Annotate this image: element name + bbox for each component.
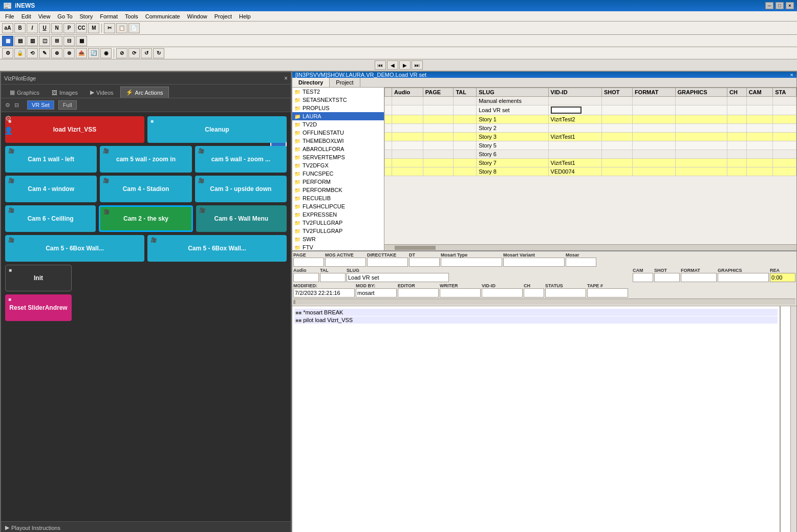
nav-prev[interactable]: ◀ [387,60,398,70]
ch-input[interactable] [524,288,544,297]
tree-item-offline[interactable]: 📁 OFFLINESTATU [292,129,384,137]
table-row[interactable]: Story 7 VizrtTest1 [385,159,796,167]
format-input[interactable] [681,273,717,282]
table-row[interactable]: Story 5 [385,141,796,150]
action-btn-2[interactable]: 🔒 [14,48,26,58]
tree-item-expressen[interactable]: 📁 EXPRESSEN [292,210,384,219]
side-settings-icon[interactable]: ⚙ [3,113,13,123]
tab-project[interactable]: Project [330,78,360,87]
action-btn-9[interactable]: ◉ [100,48,112,58]
direct-take-input[interactable] [367,258,408,267]
read-input[interactable] [770,273,795,282]
cam5-zoom-button[interactable]: 🎥 cam 5 wall - zoom ... [195,146,287,173]
cam2-sky-button[interactable]: 🎥 Cam 2 - the sky [99,205,192,232]
audio-input[interactable] [293,273,319,282]
copy-button[interactable]: 📄 [128,23,140,33]
tree-item-ftv[interactable]: 📁 FTV [292,243,384,250]
cleanup-button[interactable]: ■ Cleanup [147,116,287,143]
cam5-6box-1-button[interactable]: 🎥 Cam 5 - 6Box Wall... [5,235,144,262]
table-row[interactable]: Load VR set [385,105,796,115]
playout-instructions-bar[interactable]: ▶ Playout Instructions [1,521,291,532]
mosart-type-input[interactable] [441,258,502,267]
tree-item-proplus[interactable]: 📁 PROPLUS [292,104,384,112]
tree-item-tv2full2[interactable]: 📁 TV2FULLGRAP [292,227,384,235]
tree-item-setasnext[interactable]: 📁 SETASNEXTSTC [292,96,384,104]
modified-input[interactable] [293,288,355,297]
table-hscroll[interactable] [384,244,796,250]
tree-item-themeboxlwi[interactable]: 📁 THEMEBOXLWI [292,137,384,145]
table-row[interactable]: Story 8 VED0074 [385,167,796,176]
mosart-variant-input[interactable] [503,258,565,267]
menu-goto[interactable]: Go To [54,12,75,20]
format-cc-button[interactable]: CC [76,23,87,33]
full-button[interactable]: Full [58,100,77,110]
writer-input[interactable] [440,288,481,297]
paste-button[interactable]: 📋 [116,23,127,33]
mos-active-input[interactable] [325,258,366,267]
view-btn-4[interactable]: ◫ [39,36,50,46]
story-scrollbar[interactable] [790,306,796,532]
menu-story[interactable]: Story [77,12,96,20]
table-row[interactable]: Story 3 VizrtTest1 [385,133,796,141]
dt-input[interactable] [409,258,440,267]
tree-item-recuelib[interactable]: 📁 RECUELIB [292,194,384,202]
format-underline-button[interactable]: U [39,23,50,33]
mod-by-input[interactable] [356,288,397,297]
action-btn-6[interactable]: ⊗ [63,48,75,58]
tab-directory[interactable]: Directory [292,78,330,87]
menu-window[interactable]: Window [184,12,210,20]
story-text[interactable]: ■■ *mosart BREAK ■■ pilot load Vizrt_VSS [292,306,780,532]
page-input[interactable] [293,258,324,267]
action-btn-3[interactable]: ⟲ [27,48,38,58]
format-p-button[interactable]: P [63,23,75,33]
menu-tools[interactable]: Tools [122,12,141,20]
format-italic-button[interactable]: I [27,23,38,33]
table-row[interactable]: Manual elements [385,97,796,105]
format-m-button[interactable]: M [88,23,99,33]
format-bold-button[interactable]: B [14,23,26,33]
action-btn-11[interactable]: ⟳ [128,48,140,58]
table-row[interactable]: Story 2 [385,124,796,133]
menu-format[interactable]: Format [97,12,121,20]
tab-images[interactable]: 🖼 Images [46,87,83,98]
action-btn-13[interactable]: ↻ [153,48,164,58]
inews-close-button[interactable]: × [790,72,793,78]
view-btn-3[interactable]: ▥ [27,36,38,46]
cam5-zoom-in-button[interactable]: 🎥 cam 5 wall - zoom in [100,146,191,173]
view-btn-5[interactable]: ⊞ [51,36,62,46]
action-btn-8[interactable]: 🔄 [88,48,99,58]
tab-graphics[interactable]: ▦ Graphics [4,87,45,98]
tree-item-perform[interactable]: 📁 PERFORM [292,178,384,186]
editor-input[interactable] [398,288,439,297]
menu-view[interactable]: View [35,12,54,20]
cam3-upside-button[interactable]: 🎥 Cam 3 - upside down [195,176,287,202]
slug-input[interactable] [347,273,449,282]
mos-hscroll[interactable] [293,299,795,305]
menu-communicate[interactable]: Communicate [142,12,183,20]
tree-item-test2[interactable]: 📁 TEST2 [292,88,384,96]
tree-item-tv2d[interactable]: 📁 TV2D [292,120,384,129]
tape-input[interactable] [587,288,628,297]
side-user-icon[interactable]: 👤 [3,125,13,136]
cam6-ceilling-button[interactable]: 🎥 Cam 6 - Ceilling [5,205,96,232]
nav-next[interactable]: ▶ [399,60,411,70]
viz-panel-close-button[interactable]: × [284,75,288,82]
menu-file[interactable]: File [2,12,17,20]
action-btn-4[interactable]: ✎ [39,48,50,58]
action-btn-1[interactable]: ⚙ [2,48,13,58]
view-btn-2[interactable]: ▤ [14,36,26,46]
cam5-6box-2-button[interactable]: 🎥 Cam 5 - 6Box Wall... [147,235,287,262]
nav-last[interactable]: ⏭ [412,60,423,70]
view-btn-6[interactable]: ⊟ [63,36,75,46]
action-btn-5[interactable]: ⊕ [51,48,62,58]
tree-item-abaroll[interactable]: 📁 ABAROLLFORA [292,145,384,153]
format-n-button[interactable]: N [51,23,62,33]
tab-videos[interactable]: ▶ Videos [84,87,119,98]
tree-item-laura[interactable]: 📁 LAURA [292,112,384,120]
action-btn-12[interactable]: ↺ [141,48,152,58]
table-row[interactable]: Story 1 VizrtTest2 [385,115,796,124]
tree-item-performbck[interactable]: 📁 PERFORMBCK [292,186,384,194]
tree-item-servertemps[interactable]: 📁 SERVERTEMPS [292,153,384,161]
action-btn-7[interactable]: 📤 [76,48,87,58]
reset-slider-button[interactable]: ■ Reset SliderAndrew [5,294,72,321]
